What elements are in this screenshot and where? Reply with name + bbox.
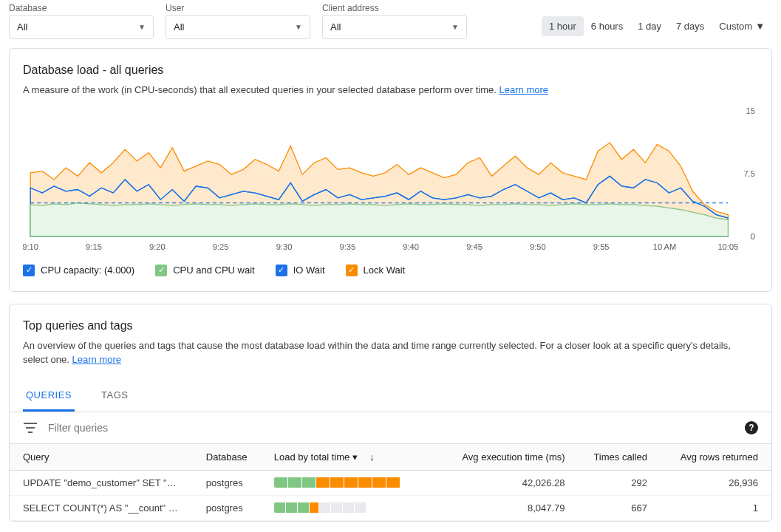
svg-text:9:10: 9:10 xyxy=(23,242,38,251)
cell-query: UPDATE "demo_customer" SET "… xyxy=(10,470,197,495)
svg-text:7.5: 7.5 xyxy=(743,169,755,178)
client-filter-label: Client address xyxy=(322,3,467,13)
cell-avg-rows: 26,936 xyxy=(656,470,771,495)
database-load-card: Database load - all queries A measure of… xyxy=(9,48,772,292)
time-range-custom[interactable]: Custom ▼ xyxy=(712,16,772,36)
time-range-6hours[interactable]: 6 hours xyxy=(584,16,630,36)
col-load[interactable]: Load by total time ▾ ↓ xyxy=(265,444,435,471)
legend-cpu-wait[interactable]: ✓ CPU and CPU wait xyxy=(155,265,255,276)
svg-text:0: 0 xyxy=(751,232,755,241)
table-row[interactable]: SELECT COUNT(*) AS "__count" … postgres … xyxy=(10,495,771,520)
table-row[interactable]: UPDATE "demo_customer" SET "… postgres 4… xyxy=(10,470,771,495)
filter-queries-input[interactable] xyxy=(48,422,734,434)
cell-avg-rows: 1 xyxy=(656,495,771,520)
chevron-down-icon: ▼ xyxy=(755,21,765,32)
tab-queries[interactable]: QUERIES xyxy=(23,381,75,412)
client-select[interactable]: All ▼ xyxy=(322,15,467,39)
col-avg-exec[interactable]: Avg execution time (ms) xyxy=(434,444,573,471)
cell-avg-exec: 42,026.28 xyxy=(434,470,573,495)
svg-text:9:15: 9:15 xyxy=(86,242,102,251)
svg-text:15: 15 xyxy=(746,106,755,115)
user-select[interactable]: All ▼ xyxy=(166,15,310,39)
time-range-1hour[interactable]: 1 hour xyxy=(542,16,584,36)
svg-text:9:55: 9:55 xyxy=(593,242,610,251)
chevron-down-icon: ▼ xyxy=(138,23,146,31)
time-range-7days[interactable]: 7 days xyxy=(669,16,712,36)
cell-query: SELECT COUNT(*) AS "__count" … xyxy=(10,495,197,520)
user-filter: User All ▼ xyxy=(166,3,310,39)
queries-table: Query Database Load by total time ▾ ↓ Av… xyxy=(10,444,771,521)
chart-legend: ✓ CPU capacity: (4.000) ✓ CPU and CPU wa… xyxy=(23,265,758,276)
load-card-desc: A measure of the work (in CPU-seconds) t… xyxy=(23,83,758,98)
svg-text:9:45: 9:45 xyxy=(466,242,482,251)
cell-load xyxy=(265,495,435,520)
top-card-title: Top queries and tags xyxy=(23,319,758,332)
checkbox-icon: ✓ xyxy=(155,265,167,276)
svg-text:9:40: 9:40 xyxy=(403,242,419,251)
chevron-down-icon: ▼ xyxy=(451,23,459,31)
checkbox-icon: ✓ xyxy=(23,265,35,276)
time-range-selector: 1 hour 6 hours 1 day 7 days Custom ▼ xyxy=(542,16,772,36)
tab-tags[interactable]: TAGS xyxy=(98,381,131,412)
chevron-down-icon: ▾ xyxy=(352,451,358,463)
database-filter-label: Database xyxy=(9,3,154,13)
database-select[interactable]: All ▼ xyxy=(9,15,154,39)
help-icon[interactable]: ? xyxy=(745,421,758,434)
database-filter: Database All ▼ xyxy=(9,3,154,39)
legend-lock-wait[interactable]: ✓ Lock Wait xyxy=(346,265,406,276)
svg-text:9:25: 9:25 xyxy=(213,242,229,251)
svg-text:9:30: 9:30 xyxy=(276,242,293,251)
checkbox-icon: ✓ xyxy=(346,265,358,276)
col-query[interactable]: Query xyxy=(10,444,197,471)
col-avg-rows[interactable]: Avg rows returned xyxy=(656,444,771,471)
query-filter-row: ? xyxy=(10,412,771,444)
query-tabs: QUERIES TAGS xyxy=(10,381,771,412)
top-queries-card: Top queries and tags An overview of the … xyxy=(9,304,772,522)
user-select-value: All xyxy=(174,21,184,33)
top-card-desc: An overview of the queries and tags that… xyxy=(23,338,758,367)
load-card-title: Database load - all queries xyxy=(23,64,758,77)
arrow-down-icon: ↓ xyxy=(369,451,375,463)
filter-icon[interactable] xyxy=(23,423,38,433)
legend-cpu-capacity[interactable]: ✓ CPU capacity: (4.000) xyxy=(23,265,134,276)
col-times-called[interactable]: Times called xyxy=(574,444,656,471)
svg-text:10:05: 10:05 xyxy=(717,242,738,251)
cell-load xyxy=(265,470,435,495)
svg-text:10 AM: 10 AM xyxy=(653,242,677,251)
cell-times-called: 667 xyxy=(574,495,656,520)
col-database[interactable]: Database xyxy=(197,444,265,471)
svg-text:9:20: 9:20 xyxy=(149,242,166,251)
learn-more-link[interactable]: Learn more xyxy=(499,84,548,95)
database-select-value: All xyxy=(17,21,27,33)
load-chart[interactable]: 07.5159:109:159:209:259:309:359:409:459:… xyxy=(23,106,758,254)
cell-times-called: 292 xyxy=(574,470,656,495)
cell-avg-exec: 8,047.79 xyxy=(434,495,573,520)
cell-database: postgres xyxy=(197,470,265,495)
cell-database: postgres xyxy=(197,495,265,520)
learn-more-link[interactable]: Learn more xyxy=(72,354,121,365)
chevron-down-icon: ▼ xyxy=(295,23,302,31)
user-filter-label: User xyxy=(166,3,310,13)
client-select-value: All xyxy=(330,21,341,33)
client-filter: Client address All ▼ xyxy=(322,3,467,39)
legend-io-wait[interactable]: ✓ IO Wait xyxy=(276,265,325,276)
svg-text:9:50: 9:50 xyxy=(530,242,546,251)
checkbox-icon: ✓ xyxy=(276,265,287,276)
svg-text:9:35: 9:35 xyxy=(339,242,355,251)
time-range-1day[interactable]: 1 day xyxy=(630,16,669,36)
